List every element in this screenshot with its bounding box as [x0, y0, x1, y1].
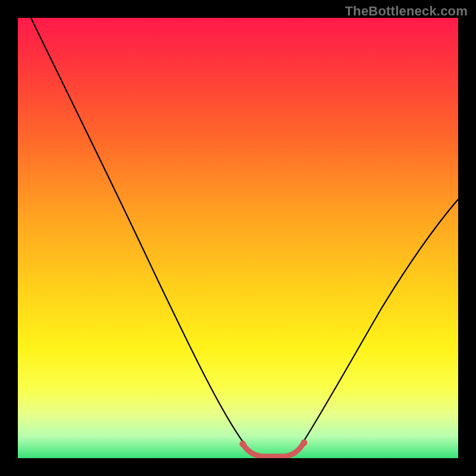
- bottleneck-curve: [31, 18, 458, 457]
- chart-frame: TheBottleneck.com: [0, 0, 476, 476]
- plot-area: [18, 18, 458, 458]
- watermark-text: TheBottleneck.com: [345, 4, 468, 19]
- curve-svg: [18, 18, 458, 458]
- highlight-end-left: [240, 441, 246, 447]
- highlight-end-right: [301, 440, 308, 446]
- highlight-segment: [243, 443, 303, 456]
